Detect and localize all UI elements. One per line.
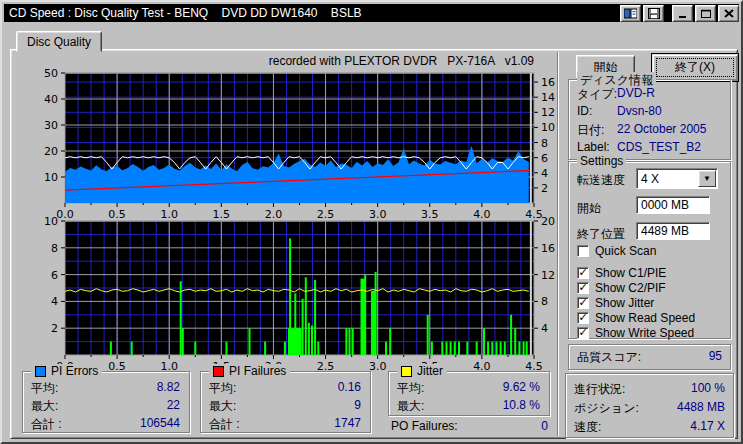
disc-id-value: Dvsn-80	[617, 104, 662, 120]
progress-row: 進行状況:100 %	[574, 381, 725, 397]
svg-text:8: 8	[51, 242, 58, 255]
jitter-legend-icon	[401, 366, 412, 377]
save-button[interactable]	[643, 5, 664, 22]
disc-info-group: ディスク情報 タイプ:DVD-R ID:Dvsn-80 日付:22 Octobe…	[568, 79, 731, 160]
minimize-button[interactable]	[672, 5, 693, 22]
pi-failures-legend-icon	[213, 366, 224, 377]
pi-failures-max-row: 最大:9	[209, 398, 361, 414]
svg-text:20: 20	[44, 145, 58, 158]
tab-label: Disc Quality	[27, 35, 91, 49]
po-failures-label: PO Failures:	[391, 419, 458, 433]
svg-text:6: 6	[51, 269, 58, 282]
checkbox-show-write-speed[interactable]: Show Write Speed	[577, 326, 694, 340]
svg-text:2.0: 2.0	[265, 208, 283, 221]
svg-text:0.0: 0.0	[56, 208, 74, 221]
jitter-statbox: Jitter 平均:9.62 % 最大:10.8 %	[388, 371, 550, 416]
svg-text:6: 6	[541, 152, 548, 165]
svg-text:1.0: 1.0	[160, 208, 178, 221]
jitter-max-row: 最大:10.8 %	[397, 398, 540, 414]
svg-text:4: 4	[541, 322, 548, 335]
checkbox-show-c2-pif[interactable]: Show C2/PIF	[577, 281, 666, 295]
checkbox-show-c1-pie[interactable]: Show C1/PIE	[577, 266, 666, 280]
svg-text:3.0: 3.0	[369, 208, 387, 221]
show-read-speed-checkbox[interactable]	[577, 312, 589, 324]
svg-text:16: 16	[541, 76, 555, 89]
svg-text:12: 12	[541, 269, 555, 282]
pi-errors-legend-icon	[35, 366, 46, 377]
checkbox-quick-scan[interactable]: Quick Scan	[577, 244, 656, 258]
pi-errors-max-row: 最大:22	[31, 398, 180, 414]
maximize-button[interactable]	[695, 5, 716, 22]
po-failures-row: PO Failures: 0	[391, 419, 548, 433]
checkbox-show-read-speed[interactable]: Show Read Speed	[577, 311, 695, 325]
svg-text:2: 2	[541, 182, 548, 195]
position-value: 4488 MB	[677, 400, 725, 416]
jitter-legend-label: Jitter	[417, 364, 443, 378]
tab-disc-quality[interactable]: Disc Quality	[16, 31, 102, 52]
pi-failures-avg-row: 平均:0.16	[209, 380, 361, 396]
pi-failures-total-row: 合計 :1747	[209, 416, 361, 432]
maximize-icon	[701, 9, 711, 18]
pi-errors-statbox: PI Errors 平均:8.82 最大:22 合計 :106544	[22, 371, 190, 433]
position-row: ポジション:4488 MB	[574, 400, 725, 416]
checkbox-show-jitter[interactable]: Show Jitter	[577, 296, 654, 310]
pi-failures-statbox: PI Failures 平均:0.16 最大:9 合計 :1747	[200, 371, 371, 433]
exit-button-label: 終了(X)	[653, 55, 737, 80]
show-write-speed-checkbox[interactable]	[577, 327, 589, 339]
settings-group: Settings 転送速度 4 X ▼ 開始 0000 MB 終了位置 4489…	[568, 161, 731, 339]
disc-quality-page: recorded with PLEXTOR DVDR PX-716A v1.09…	[10, 49, 738, 439]
disc-type-value: DVD-R	[617, 86, 655, 102]
show-c2-pif-checkbox[interactable]	[577, 282, 589, 294]
start-pos-field[interactable]: 0000 MB	[636, 196, 710, 214]
quick-scan-checkbox[interactable]	[577, 245, 589, 257]
quality-score-label: 品質スコア:	[577, 349, 641, 365]
show-jitter-checkbox[interactable]	[577, 297, 589, 309]
svg-text:12: 12	[541, 106, 555, 119]
quality-score-panel: 品質スコア: 95	[568, 344, 731, 370]
speed-row: 速度:4.17 X	[574, 419, 725, 435]
svg-text:3.5: 3.5	[421, 208, 439, 221]
pi-failures-legend-label: PI Failures	[229, 364, 286, 378]
exit-button[interactable]: 終了(X)	[651, 53, 739, 82]
app-window: CD Speed : Disc Quality Test - BENQ DVD …	[0, 0, 743, 444]
disc-date-value: 22 October 2005	[617, 122, 706, 138]
panel-divider	[557, 52, 559, 436]
book-chart-icon	[624, 8, 637, 19]
svg-text:10: 10	[541, 121, 555, 134]
quality-score-value: 95	[709, 349, 722, 365]
speed-value: 4 X	[641, 172, 659, 186]
svg-text:4: 4	[541, 167, 548, 180]
end-pos-field[interactable]: 4489 MB	[636, 222, 710, 240]
po-failures-value: 0	[541, 419, 548, 433]
disc-label-value: CDS_TEST_B2	[617, 140, 701, 156]
window-title: CD Speed : Disc Quality Test - BENQ DVD …	[4, 6, 362, 20]
speed-value-readout: 4.17 X	[690, 419, 725, 435]
titlebar: CD Speed : Disc Quality Test - BENQ DVD …	[4, 4, 739, 22]
svg-text:0.5: 0.5	[108, 208, 126, 221]
close-icon	[724, 9, 734, 18]
pi-errors-total-row: 合計 :106544	[31, 416, 180, 432]
jitter-avg-row: 平均:9.62 %	[397, 380, 540, 396]
svg-text:50: 50	[44, 67, 58, 80]
svg-text:3.0: 3.0	[369, 360, 387, 373]
disc-type-row: タイプ:DVD-R	[577, 86, 722, 102]
disc-date-row: 日付:22 October 2005	[577, 122, 722, 138]
svg-text:1.5: 1.5	[213, 208, 231, 221]
svg-text:2: 2	[51, 322, 58, 335]
svg-text:16: 16	[541, 242, 555, 255]
svg-text:30: 30	[44, 119, 58, 132]
compare-graph-button[interactable]	[620, 5, 641, 22]
show-c1-pie-checkbox[interactable]	[577, 267, 589, 279]
settings-title: Settings	[577, 154, 626, 168]
svg-text:14: 14	[541, 91, 555, 104]
chevron-down-icon[interactable]: ▼	[698, 170, 716, 187]
svg-text:10: 10	[44, 171, 58, 184]
speed-combobox[interactable]: 4 X ▼	[636, 168, 718, 189]
svg-text:4.0: 4.0	[473, 208, 491, 221]
svg-text:20: 20	[541, 215, 555, 228]
close-button[interactable]	[718, 5, 739, 22]
pi-errors-legend-label: PI Errors	[51, 364, 98, 378]
svg-text:4: 4	[51, 295, 58, 308]
svg-text:10: 10	[44, 215, 58, 228]
save-icon	[648, 8, 660, 19]
